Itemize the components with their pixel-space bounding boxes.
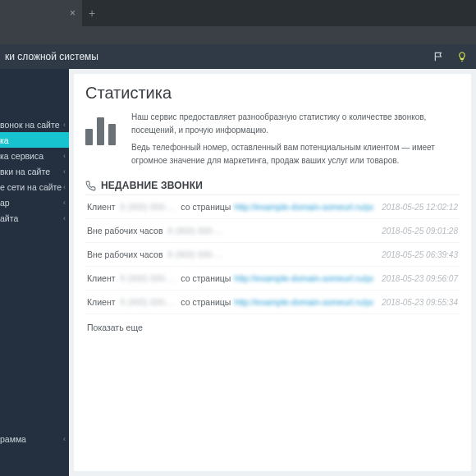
call-row: Клиент8 (900) 000-…со страницыhttp://exa… bbox=[85, 267, 460, 291]
main-area: Статистика Наш сервис предоставляет разн… bbox=[69, 69, 476, 476]
sidebar-item-label: айта bbox=[0, 213, 18, 223]
call-page-link[interactable]: http://example-domain-someurl.ru/page/ bbox=[234, 202, 373, 212]
phone-icon bbox=[85, 181, 96, 191]
sidebar-item-label: ар bbox=[0, 198, 10, 208]
sidebar-item-label: вонок на сайте bbox=[0, 120, 60, 130]
bulb-icon[interactable] bbox=[456, 51, 468, 62]
info-text: Наш сервис предоставляет разнообразную с… bbox=[131, 111, 460, 167]
close-icon[interactable]: × bbox=[70, 7, 76, 19]
call-page-link[interactable]: http://example-domain-someurl.ru/page/ bbox=[234, 273, 373, 283]
call-number: 8 (900) 000-… bbox=[121, 297, 176, 307]
sidebar-item-label: ка сервиса bbox=[0, 151, 43, 161]
sidebar-item[interactable]: ар‹ bbox=[0, 195, 69, 210]
call-timestamp: 2018-05-25 09:01:28 bbox=[382, 227, 458, 236]
sidebar-item[interactable]: е сети на сайте‹ bbox=[0, 179, 69, 195]
call-number: 8 (900) 000-… bbox=[167, 249, 223, 259]
browser-tabstrip: × + bbox=[0, 0, 476, 26]
call-row: Клиент8 (900) 000-…со страницыhttp://exa… bbox=[85, 195, 460, 219]
call-number: 8 (900) 000-… bbox=[121, 273, 176, 283]
app-titlebar: ки сложной системы bbox=[0, 44, 476, 69]
sidebar: вонок на сайте‹кака сервиса‹вки на сайте… bbox=[0, 69, 69, 476]
flag-icon[interactable] bbox=[433, 51, 445, 62]
call-timestamp: 2018-05-25 06:39:43 bbox=[382, 250, 458, 259]
call-row: Вне рабочих часов8 (900) 000-…2018-05-25… bbox=[85, 243, 460, 267]
sidebar-item-label: рамма bbox=[0, 434, 26, 444]
chevron-left-icon: ‹ bbox=[63, 199, 66, 207]
sidebar-item-label: е сети на сайте bbox=[0, 182, 62, 192]
sidebar-item[interactable]: ка сервиса‹ bbox=[0, 148, 69, 163]
call-label: Клиент8 (900) 000-…со страницыhttp://exa… bbox=[87, 202, 375, 212]
sidebar-item[interactable]: айта‹ bbox=[0, 210, 69, 226]
content-panel: Статистика Наш сервис предоставляет разн… bbox=[74, 74, 471, 471]
sidebar-item[interactable]: вки на сайте‹ bbox=[0, 163, 69, 179]
info-line-2: Ведь телефонный номер, оставленный вам п… bbox=[131, 141, 460, 167]
call-timestamp: 2018-05-23 09:55:34 bbox=[382, 298, 458, 307]
sidebar-item[interactable]: ка bbox=[0, 132, 69, 148]
browser-toolbar bbox=[0, 26, 476, 44]
show-more-button[interactable]: Показать еще bbox=[85, 314, 460, 332]
chevron-left-icon: ‹ bbox=[63, 214, 66, 222]
call-label: Вне рабочих часов8 (900) 000-… bbox=[87, 226, 375, 236]
chevron-left-icon: ‹ bbox=[63, 435, 66, 443]
call-timestamp: 2018-05-23 09:56:07 bbox=[382, 274, 458, 283]
chevron-left-icon: ‹ bbox=[63, 167, 66, 176]
call-label: Вне рабочих часов8 (900) 000-… bbox=[87, 249, 375, 259]
call-label: Клиент8 (900) 000-…со страницыhttp://exa… bbox=[87, 297, 375, 307]
sidebar-item-label: вки на сайте bbox=[0, 167, 50, 176]
call-row: Вне рабочих часов8 (900) 000-…2018-05-25… bbox=[85, 219, 460, 243]
browser-tab[interactable]: × bbox=[0, 0, 82, 26]
call-label: Клиент8 (900) 000-…со страницыhttp://exa… bbox=[87, 273, 375, 283]
calls-list: Клиент8 (900) 000-…со страницыhttp://exa… bbox=[85, 195, 460, 314]
call-timestamp: 2018-05-25 12:02:12 bbox=[382, 203, 458, 212]
heading: Статистика bbox=[85, 84, 460, 103]
section-title: НЕДАВНИЕ ЗВОНКИ bbox=[85, 180, 460, 191]
info-line-1: Наш сервис предоставляет разнообразную с… bbox=[131, 111, 460, 136]
bars-icon bbox=[85, 111, 120, 145]
sidebar-item[interactable]: рамма‹ bbox=[0, 431, 69, 446]
sidebar-item-label: ка bbox=[0, 135, 9, 145]
call-row: Клиент8 (900) 000-…со страницыhttp://exa… bbox=[85, 291, 460, 314]
chevron-left-icon: ‹ bbox=[63, 121, 66, 129]
sidebar-item[interactable]: вонок на сайте‹ bbox=[0, 117, 69, 132]
call-number: 8 (900) 000-… bbox=[121, 202, 176, 212]
chevron-left-icon: ‹ bbox=[63, 152, 66, 160]
call-number: 8 (900) 000-… bbox=[167, 226, 223, 236]
chevron-left-icon: ‹ bbox=[63, 183, 66, 191]
new-tab-button[interactable]: + bbox=[82, 0, 102, 26]
call-page-link[interactable]: http://example-domain-someurl.ru/page/ bbox=[234, 297, 373, 307]
page-title: ки сложной системы bbox=[5, 51, 98, 62]
